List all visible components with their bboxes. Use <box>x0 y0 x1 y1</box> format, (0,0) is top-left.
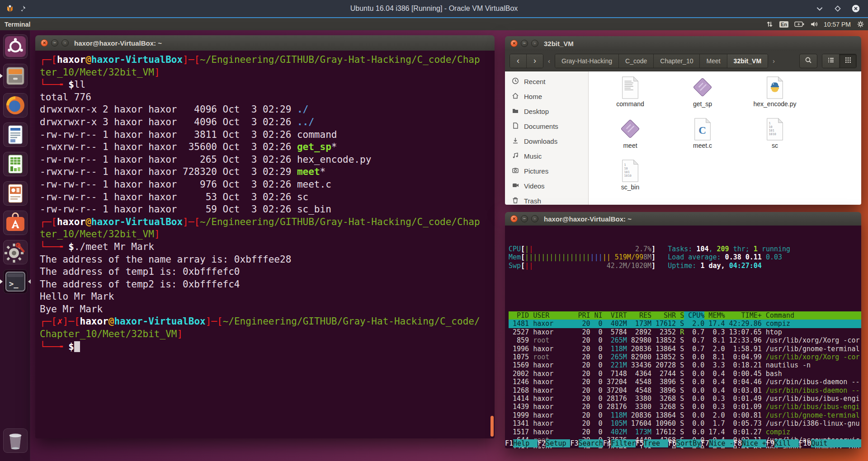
forward-button[interactable]: › <box>526 54 543 68</box>
fkey-label-tree[interactable]: Tree <box>644 439 668 447</box>
search-button[interactable] <box>799 54 817 68</box>
sidebar-item-home[interactable]: Home <box>505 89 588 104</box>
sidebar-item-music[interactable]: Music <box>505 149 588 164</box>
fkey-f5[interactable]: F5 <box>636 439 644 447</box>
column-header-command[interactable]: Command <box>762 311 861 320</box>
file-item-sc[interactable]: 1101011010sc <box>748 118 802 159</box>
process-row-2002[interactable]: 2002haxor200714843642744S0.00.40:00.45ba… <box>509 370 861 378</box>
launcher-item-impress[interactable] <box>3 181 28 206</box>
clock[interactable]: 10:57 PM <box>824 21 851 28</box>
sidebar-item-documents[interactable]: Documents <box>505 119 588 134</box>
app-menu-label[interactable]: Terminal <box>0 21 30 28</box>
fkey-label-quit[interactable]: Quit <box>811 439 861 447</box>
column-header-pri[interactable]: PRI <box>574 311 590 320</box>
column-header-ni[interactable]: NI <box>590 311 603 320</box>
sidebar-item-recent[interactable]: Recent <box>505 74 588 89</box>
fkey-f1[interactable]: F1 <box>505 439 513 447</box>
process-row-1569[interactable]: 1569haxor200221M3343620728S0.03.30:18.21… <box>509 361 861 369</box>
column-header-mem%[interactable]: MEM% <box>704 311 725 320</box>
vm-minimize-button[interactable] <box>816 5 824 13</box>
breadcrumb-segment-gray-hat-hacking[interactable]: Gray-Hat-Hacking <box>555 54 618 68</box>
process-row-1481[interactable]: 1481haxor200402M173M17612S2.017.442:29.8… <box>509 320 861 328</box>
fkey-label-kill[interactable]: Kill <box>774 439 799 447</box>
files-titlebar[interactable]: 32bit_VM <box>505 36 861 51</box>
fkey-f9[interactable]: F9 <box>766 439 774 447</box>
breadcrumb-segment-meet[interactable]: Meet <box>699 54 726 68</box>
column-header-res[interactable]: RES <box>627 311 651 320</box>
column-header-virt[interactable]: VIRT <box>603 311 627 320</box>
minimize-icon[interactable] <box>521 215 528 222</box>
terminal-content[interactable]: ┌─[haxor@haxor-VirtualBox]─[~/Engineerin… <box>35 51 495 438</box>
maximize-icon[interactable] <box>531 215 538 222</box>
terminal-titlebar[interactable]: haxor@haxor-VirtualBox: ~ <box>35 35 495 51</box>
column-header-shr[interactable]: SHR <box>651 311 676 320</box>
fkey-f2[interactable]: F2 <box>538 439 546 447</box>
minimize-icon[interactable] <box>51 39 58 47</box>
session-gear-icon[interactable] <box>857 20 864 28</box>
file-item-command[interactable]: command <box>603 76 657 118</box>
fkey-label-sortby[interactable]: SortBy <box>676 439 701 447</box>
battery-icon[interactable] <box>794 20 804 28</box>
breadcrumb-scroll-left-icon[interactable]: ‹ <box>543 57 555 65</box>
htop-content[interactable]: CPU[||2.7%]Mem[|||||||||||||||||||||519M… <box>505 226 861 448</box>
launcher-item-files[interactable] <box>3 64 28 88</box>
process-row-1439[interactable]: 1439haxor2002817633803268S0.00.30:01.09/… <box>509 403 861 411</box>
fkey-f4[interactable]: F4 <box>603 439 611 447</box>
fkey-label-filter[interactable]: Filter <box>611 439 636 447</box>
launcher-item-settings[interactable] <box>3 240 28 264</box>
keyboard-layout-indicator[interactable]: En <box>779 21 788 28</box>
process-row-1414[interactable]: 1414haxor2002817633803268S0.00.30:01.49/… <box>509 395 861 403</box>
sidebar-item-downloads[interactable]: Downloads <box>505 134 588 149</box>
process-row-1341[interactable]: 1341haxor200105M1760410960S0.01.70:05.73… <box>509 419 861 428</box>
launcher-item-terminal[interactable]: >_ <box>3 269 28 294</box>
launcher-item-firefox[interactable] <box>3 93 28 118</box>
fkey-f3[interactable]: F3 <box>570 439 578 447</box>
minimize-icon[interactable] <box>521 40 528 47</box>
column-header-s[interactable]: S <box>676 311 684 320</box>
sidebar-item-desktop[interactable]: Desktop <box>505 104 588 119</box>
close-icon[interactable] <box>510 215 518 222</box>
fkey-f10[interactable]: F10 <box>799 439 811 447</box>
close-icon[interactable] <box>41 39 48 47</box>
maximize-icon[interactable] <box>531 40 538 47</box>
column-header-cpu%[interactable]: CPU% <box>684 311 704 320</box>
launcher-item-calc[interactable] <box>3 152 28 176</box>
process-row-859[interactable]: 859root200265M8298013852S0.78.112:33.96/… <box>509 336 861 344</box>
launcher-item-software[interactable] <box>3 211 28 235</box>
terminal-scrollbar[interactable] <box>491 416 494 437</box>
breadcrumb-segment-32bit_vm[interactable]: 32bit_VM <box>727 54 768 68</box>
breadcrumb-segment-c_code[interactable]: C_code <box>618 54 653 68</box>
column-header-pid[interactable]: PID <box>509 311 529 320</box>
sidebar-item-pictures[interactable]: Pictures <box>505 164 588 179</box>
column-header-user[interactable]: USER <box>529 311 574 320</box>
process-row-1996[interactable]: 1996haxor200118M2083613864S0.72.01:58.91… <box>509 345 861 353</box>
process-row-2527[interactable]: 2527haxor200578428922352R0.70.313:07.65h… <box>509 328 861 336</box>
breadcrumb-segment-chapter_10[interactable]: Chapter_10 <box>653 54 699 68</box>
breadcrumb-scroll-right-icon[interactable]: › <box>768 57 779 65</box>
fkey-label-help[interactable]: Help <box>513 439 538 447</box>
sidebar-item-trash[interactable]: Trash <box>505 193 588 205</box>
column-header-time+[interactable]: TIME+ <box>725 311 761 320</box>
htop-titlebar[interactable]: haxor@haxor-VirtualBox: ~ <box>505 212 861 226</box>
process-row-1999[interactable]: 1999haxor200118M2083613864S0.02.00:00.81… <box>509 411 861 419</box>
fkey-label-search[interactable]: Search <box>579 439 603 447</box>
fkey-label-setup[interactable]: Setup <box>546 439 570 447</box>
network-arrows-icon[interactable] <box>766 20 774 28</box>
file-item-get_sp[interactable]: get_sp <box>675 76 730 118</box>
fkey-f8[interactable]: F8 <box>734 439 742 447</box>
process-row-1517[interactable]: 1517haxor200402M173M17612S0.017.40:01.27… <box>509 428 861 436</box>
launcher-item-dash[interactable] <box>3 34 28 59</box>
process-row-1268[interactable]: 1268haxor2003720445483896S0.00.40:03.01/… <box>509 386 861 395</box>
launcher-item-writer[interactable] <box>3 122 28 147</box>
file-item-hex_encode.py[interactable]: hex_encode.py <box>748 76 802 118</box>
back-button[interactable]: ‹ <box>510 54 526 68</box>
fkey-label-nice[interactable]: Nice - <box>709 439 733 447</box>
vm-close-button[interactable] <box>852 5 860 13</box>
process-row-1075[interactable]: 1075root200265M8298013852S0.08.10:04.99/… <box>509 353 861 361</box>
fkey-f7[interactable]: F7 <box>701 439 709 447</box>
file-item-meet[interactable]: meet <box>603 118 657 159</box>
volume-icon[interactable] <box>810 20 818 28</box>
maximize-icon[interactable] <box>61 39 69 47</box>
grid-view-button[interactable] <box>839 54 856 68</box>
file-item-sc_bin[interactable]: 1101011010sc_bin <box>603 159 657 201</box>
